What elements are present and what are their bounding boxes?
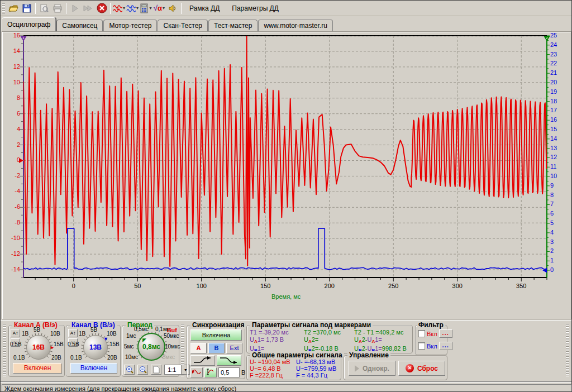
channel-a-signal-button[interactable]: ▾	[112, 2, 126, 15]
toolbar-separator	[35, 3, 36, 14]
stop-icon	[97, 3, 107, 13]
dropdown-caret-icon[interactable]: ▾	[123, 6, 125, 11]
dial-label: 0.5В	[68, 341, 79, 347]
manual-level-icon	[206, 368, 216, 376]
period-knob[interactable]: 0,8мс	[137, 333, 165, 361]
right-axis-tick-label: 21	[550, 69, 567, 77]
panel-grip[interactable]	[566, 324, 569, 376]
dropdown-caret-icon[interactable]: ▾	[149, 6, 151, 11]
new-view-button[interactable]	[151, 365, 161, 375]
oscilloscope-plot[interactable]: 12-14-12-10-8-6-4-2024681012141601234567…	[2, 32, 571, 307]
toolbar-grip[interactable]	[2, 3, 5, 14]
continuous-start-button[interactable]	[82, 2, 95, 15]
param-a-ac: U~= 6,48 В	[250, 365, 290, 372]
left-axis-tick-label: -10	[3, 235, 20, 242]
right-axis-tick-label: 1	[550, 257, 567, 264]
toolbar-separator	[181, 3, 182, 14]
tab-oscillograph[interactable]: Осциллограф	[2, 17, 56, 31]
param-b-dc: U- =-68,13 мВ	[296, 358, 336, 365]
sync-source-a-button[interactable]: A	[190, 343, 207, 353]
save-button[interactable]	[20, 2, 34, 15]
right-axis-tick-label: 25	[550, 32, 567, 39]
reset-button[interactable]: ✕ Сброс	[398, 361, 445, 376]
rising-edge-button[interactable]	[190, 355, 215, 366]
sound-button[interactable]	[166, 2, 179, 15]
zoom-out-button[interactable]	[137, 365, 148, 375]
filter-a-checkbox[interactable]	[418, 330, 425, 337]
channel-b-signal-button[interactable]: ▾	[126, 2, 139, 15]
marker-params-group: Параметры сигнала под маркерами T1 =-39,…	[246, 325, 413, 353]
dropdown-caret-icon[interactable]: ▾	[163, 6, 165, 11]
chart-panel: 12-14-12-10-8-6-4-2024681012141601234567…	[2, 31, 571, 319]
x-axis-tick-label: 200	[317, 283, 342, 290]
filter-b-settings-button[interactable]: ...	[439, 342, 452, 350]
dial-label: 5мс	[124, 343, 134, 350]
start-button[interactable]	[68, 2, 82, 15]
falling-edge-button[interactable]	[217, 355, 241, 366]
period-group: Период Buf 0,8мс ◤ 0,5мс 0,1мс 1мс 50мкс…	[122, 325, 179, 377]
channel-a-power-button[interactable]: Включен	[13, 363, 62, 374]
right-axis-tick-label: 18	[550, 98, 567, 105]
single-shot-button[interactable]: Однокр.	[349, 361, 395, 376]
dial-label: 15В	[54, 341, 64, 347]
dial-label: 20В	[51, 355, 61, 361]
math-functions-button[interactable]: √α ▾	[152, 2, 166, 15]
status-text: Ждем окончания измерения (для прекращени…	[2, 384, 571, 392]
dial-label: 10В	[50, 331, 60, 337]
dropdown-caret-icon[interactable]: ▾	[136, 6, 139, 11]
dial-label: 50мкс	[164, 333, 179, 339]
channel-a-coupling-button[interactable]: A↕	[11, 329, 20, 337]
marker-params-title: Параметры сигнала под маркерами	[250, 321, 373, 329]
filter-b-checkbox[interactable]	[418, 342, 425, 350]
auto-level-button[interactable]	[190, 367, 203, 377]
zoom-in-icon	[126, 366, 134, 374]
zoom-in-button[interactable]	[124, 365, 135, 375]
sync-source-ext-button[interactable]: Ext	[226, 343, 242, 353]
channel-b-power-button[interactable]: Включен	[70, 363, 117, 374]
scale-value: 1:1	[165, 366, 181, 373]
tab-website[interactable]: www.motor-master.ru	[258, 20, 332, 31]
calculator-button[interactable]: ▾	[139, 2, 152, 15]
sync-level-unit: В	[241, 369, 245, 376]
period-knob-pointer: ◤	[142, 338, 146, 343]
channel-b-coupling-button[interactable]: A↕	[68, 329, 78, 337]
sync-level-input[interactable]	[218, 367, 240, 377]
single-shot-label: Однокр.	[363, 365, 389, 372]
right-axis-tick-label: 9	[550, 182, 567, 189]
right-axis-tick-label: 19	[550, 88, 567, 95]
zoom-out-icon	[139, 366, 147, 374]
filter-a-label: Вкл	[427, 331, 437, 337]
single-shot-play-icon	[355, 365, 359, 372]
filter-a-settings-button[interactable]: ...	[439, 329, 452, 338]
manual-level-button[interactable]	[204, 367, 217, 377]
frame-dd-button[interactable]: Рамка ДД	[183, 2, 226, 15]
print-preview-button[interactable]	[37, 2, 51, 15]
print-button[interactable]	[51, 2, 64, 15]
reset-label: Сброс	[417, 365, 438, 372]
marker-param-cell: T2 - T1 =409,2 мс	[354, 329, 411, 336]
sync-enabled-button[interactable]: Включена	[190, 329, 242, 341]
control-panel: Канал А (В/э) A↕ A↕ 16В ► 5В 10В 15В 20В…	[1, 320, 572, 382]
channel-a-range-knob[interactable]: 16В	[26, 335, 51, 360]
tab-motor-tester[interactable]: Мотор-тестер	[103, 20, 157, 31]
dial-label: 0.1В	[70, 355, 82, 361]
right-axis-tick-label: 24	[550, 41, 567, 49]
tab-test-master[interactable]: Тест-мастер	[208, 20, 258, 31]
dial-label: 1мс	[126, 333, 136, 339]
tab-recorder[interactable]: Самописец	[56, 20, 103, 31]
right-axis-tick-label: 11	[550, 163, 567, 170]
right-axis-tick-label: 16	[550, 116, 567, 123]
panel-grip[interactable]	[3, 324, 6, 376]
right-axis-tick-label: 12	[550, 154, 567, 161]
left-axis-tick-label: 16	[3, 32, 20, 39]
save-floppy-icon	[22, 3, 32, 13]
channel-b-knob-pointer: ▼	[103, 337, 108, 342]
stop-button[interactable]	[95, 2, 108, 15]
sync-source-b-button[interactable]: B	[208, 343, 225, 353]
blue-waveform-icon	[126, 3, 136, 13]
marker-param-cell: UA2-UA1=	[354, 336, 411, 345]
tab-scan-tester[interactable]: Скан-Тестер	[158, 20, 208, 31]
open-button[interactable]	[7, 2, 20, 15]
params-dd-button[interactable]: Параметры ДД	[226, 2, 285, 15]
waveform-layer	[23, 36, 547, 278]
